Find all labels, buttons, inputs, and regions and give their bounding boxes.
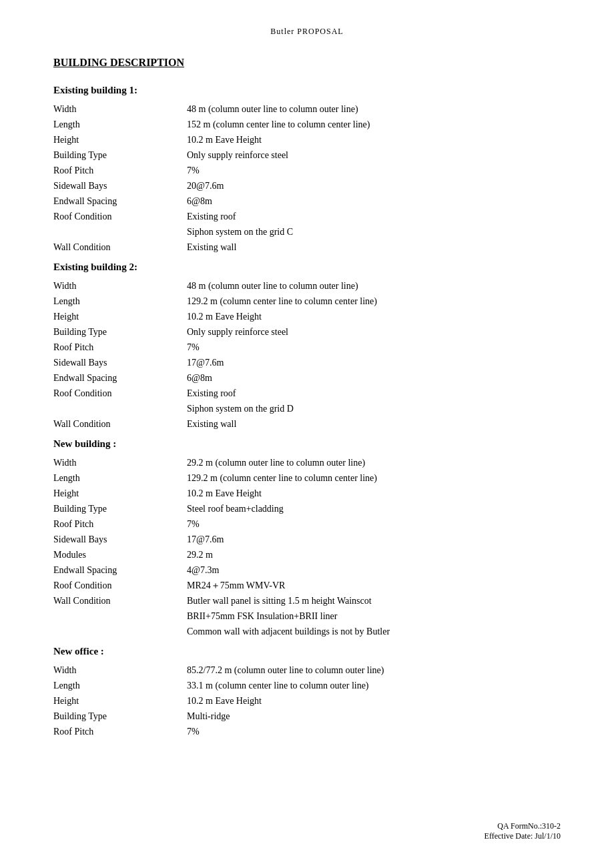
field-label: Building Type [53, 709, 187, 724]
field-value: 4@7.3m [187, 562, 561, 578]
existing-building-1: Existing building 1:Width48 m (column ou… [53, 85, 561, 255]
field-value-continuation: BRII+75mm FSK Insulation+BRII liner [187, 608, 561, 624]
field-value: 48 m (column outer line to column outer … [187, 278, 561, 294]
table-row: Width48 m (column outer line to column o… [53, 278, 561, 294]
field-value: 129.2 m (column center line to column ce… [187, 470, 561, 486]
field-value: 6@8m [187, 193, 561, 209]
field-value: Existing roof [187, 386, 561, 401]
field-value: Only supply reinforce steel [187, 324, 561, 340]
field-label: Roof Condition [53, 386, 187, 401]
new-building-table: Width29.2 m (column outer line to column… [53, 455, 561, 639]
table-row: Endwall Spacing6@8m [53, 370, 561, 386]
table-row: Height10.2 m Eave Height [53, 693, 561, 709]
field-label: Length [53, 678, 187, 693]
field-value: 7% [187, 340, 561, 355]
table-row: Width48 m (column outer line to column o… [53, 101, 561, 117]
field-value: MR24＋75mm WMV-VR [187, 578, 561, 593]
field-value: 17@7.6m [187, 355, 561, 370]
field-value: 10.2 m Eave Height [187, 693, 561, 709]
field-value: 10.2 m Eave Height [187, 309, 561, 324]
field-value: 48 m (column outer line to column outer … [187, 101, 561, 117]
field-value-continuation: Siphon system on the grid D [187, 401, 561, 416]
table-row: Siphon system on the grid C [53, 224, 561, 240]
field-value-continuation: Siphon system on the grid C [187, 224, 561, 240]
page-footer: QA FormNo.:310-2 Effective Date: Jul/1/1… [485, 821, 561, 841]
table-row: Building TypeSteel roof beam+cladding [53, 501, 561, 516]
field-label: Endwall Spacing [53, 562, 187, 578]
table-row: Width85.2/77.2 m (column outer line to c… [53, 663, 561, 678]
field-label: Wall Condition [53, 416, 187, 432]
table-row: Common wall with adjacent buildings is n… [53, 624, 561, 639]
table-row: Siphon system on the grid D [53, 401, 561, 416]
table-row: Sidewall Bays17@7.6m [53, 355, 561, 370]
field-value: 10.2 m Eave Height [187, 132, 561, 147]
field-label: Roof Pitch [53, 163, 187, 178]
field-label: Building Type [53, 324, 187, 340]
table-row: Endwall Spacing6@8m [53, 193, 561, 209]
table-row: Wall ConditionExisting wall [53, 416, 561, 432]
new-office-table: Width85.2/77.2 m (column outer line to c… [53, 663, 561, 739]
field-label: Width [53, 278, 187, 294]
field-label: Length [53, 117, 187, 132]
field-value: 17@7.6m [187, 532, 561, 547]
new-building: New building :Width29.2 m (column outer … [53, 438, 561, 639]
field-label: Sidewall Bays [53, 532, 187, 547]
field-label: Roof Condition [53, 578, 187, 593]
field-value: Existing roof [187, 209, 561, 224]
field-label: Endwall Spacing [53, 370, 187, 386]
field-value: 7% [187, 163, 561, 178]
field-label: Wall Condition [53, 593, 187, 608]
field-value: Multi-ridge [187, 709, 561, 724]
table-row: Width29.2 m (column outer line to column… [53, 455, 561, 470]
existing-building-1-table: Width48 m (column outer line to column o… [53, 101, 561, 255]
table-row: Modules29.2 m [53, 547, 561, 562]
new-building-title: New building : [53, 438, 561, 450]
table-row: Height10.2 m Eave Height [53, 486, 561, 501]
main-title: BUILDING DESCRIPTION [53, 57, 561, 69]
field-label: Height [53, 486, 187, 501]
table-row: Roof Pitch7% [53, 163, 561, 178]
field-value: Steel roof beam+cladding [187, 501, 561, 516]
field-value-continuation: Common wall with adjacent buildings is n… [187, 624, 561, 639]
table-row: Building TypeOnly supply reinforce steel [53, 147, 561, 163]
field-value: Existing wall [187, 240, 561, 255]
field-value: 152 m (column center line to column cent… [187, 117, 561, 132]
field-label: Length [53, 470, 187, 486]
table-row: Roof Pitch7% [53, 724, 561, 739]
field-label: Endwall Spacing [53, 193, 187, 209]
existing-building-2: Existing building 2:Width48 m (column ou… [53, 262, 561, 432]
new-office: New office :Width85.2/77.2 m (column out… [53, 646, 561, 739]
field-value: 6@8m [187, 370, 561, 386]
field-label: Modules [53, 547, 187, 562]
table-row: Height10.2 m Eave Height [53, 309, 561, 324]
table-row: Roof Pitch7% [53, 340, 561, 355]
field-label: Building Type [53, 501, 187, 516]
table-row: Length129.2 m (column center line to col… [53, 294, 561, 309]
field-value: 7% [187, 516, 561, 532]
field-label: Length [53, 294, 187, 309]
field-value: 7% [187, 724, 561, 739]
field-value: 29.2 m [187, 547, 561, 562]
table-row: Length129.2 m (column center line to col… [53, 470, 561, 486]
effective-date: Effective Date: Jul/1/10 [485, 831, 561, 841]
form-number: QA FormNo.:310-2 [485, 821, 561, 831]
field-label: Roof Condition [53, 209, 187, 224]
field-label: Sidewall Bays [53, 355, 187, 370]
table-row: BRII+75mm FSK Insulation+BRII liner [53, 608, 561, 624]
table-row: Roof ConditionMR24＋75mm WMV-VR [53, 578, 561, 593]
field-label: Width [53, 101, 187, 117]
table-row: Length33.1 m (column center line to colu… [53, 678, 561, 693]
field-label: Roof Pitch [53, 516, 187, 532]
field-value: 85.2/77.2 m (column outer line to column… [187, 663, 561, 678]
field-label: Width [53, 455, 187, 470]
field-label: Width [53, 663, 187, 678]
field-value: 33.1 m (column center line to column out… [187, 678, 561, 693]
field-label: Roof Pitch [53, 724, 187, 739]
sections-container: Existing building 1:Width48 m (column ou… [53, 85, 561, 739]
table-row: Roof ConditionExisting roof [53, 209, 561, 224]
table-row: Sidewall Bays17@7.6m [53, 532, 561, 547]
field-label: Height [53, 309, 187, 324]
field-label: Roof Pitch [53, 340, 187, 355]
table-row: Wall ConditionButler wall panel is sitti… [53, 593, 561, 608]
table-row: Roof ConditionExisting roof [53, 386, 561, 401]
